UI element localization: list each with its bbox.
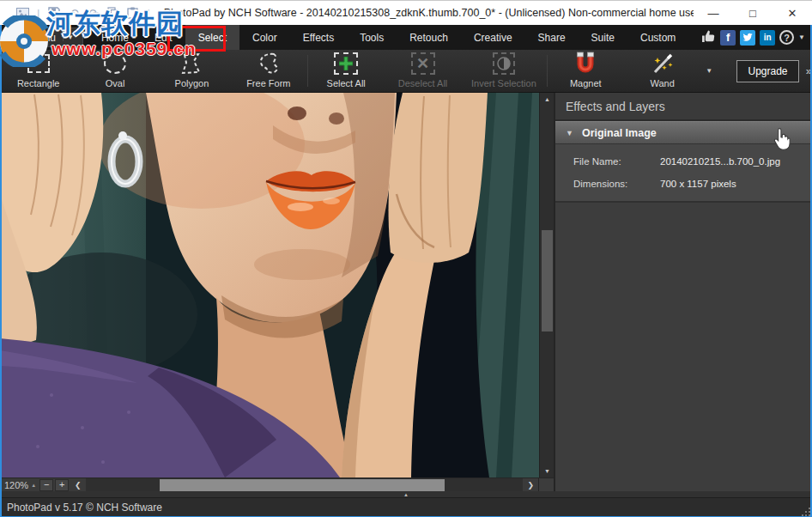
vertical-scrollbar[interactable]: ▲ ▼ bbox=[539, 93, 554, 477]
invert-selection-button: Invert Selection bbox=[461, 50, 546, 92]
polygon-select-button[interactable]: Polygon bbox=[154, 50, 230, 92]
chevron-down-icon[interactable]: ▼ bbox=[798, 33, 805, 41]
zoom-level[interactable]: 120% bbox=[0, 480, 31, 490]
hand-cursor-icon bbox=[772, 127, 792, 155]
hamburger-icon bbox=[13, 33, 25, 42]
titlebar-quick-icons: | ↶ ↷ | bbox=[0, 6, 157, 20]
select-all-button[interactable]: Select All bbox=[308, 50, 385, 92]
collapse-up-icon[interactable]: ▲ bbox=[403, 492, 409, 497]
collapse-triangle-icon[interactable]: ▼ bbox=[566, 129, 573, 137]
tool-label: Polygon bbox=[175, 78, 209, 88]
linkedin-icon[interactable]: in bbox=[760, 30, 775, 46]
file-name-value: 20140210215...b.700_0.jpg bbox=[660, 156, 780, 167]
portrait-photo bbox=[0, 93, 539, 477]
undo-icon[interactable]: ↶ bbox=[66, 6, 81, 20]
resize-grip-icon[interactable] bbox=[805, 511, 807, 513]
tab-effects[interactable]: Effects bbox=[290, 25, 347, 50]
tab-color[interactable]: Color bbox=[239, 25, 290, 50]
tab-retouch[interactable]: Retouch bbox=[397, 25, 461, 50]
nose-nostril bbox=[329, 113, 344, 125]
tool-label: Magnet bbox=[570, 78, 602, 88]
twitter-icon[interactable] bbox=[740, 30, 755, 46]
section-title: Original Image bbox=[582, 127, 657, 139]
zoom-in-button[interactable]: + bbox=[55, 479, 69, 491]
tab-creative[interactable]: Creative bbox=[461, 25, 525, 50]
horizontal-scroll-thumb[interactable] bbox=[160, 479, 445, 491]
facebook-icon[interactable]: f bbox=[720, 30, 736, 46]
scroll-down-icon[interactable]: ▼ bbox=[540, 465, 554, 477]
close-button[interactable]: ✕ bbox=[773, 1, 812, 25]
nose-nostril bbox=[288, 106, 306, 120]
statusbar: PhotoPad v 5.17 © NCH Software bbox=[0, 497, 812, 516]
copy-icon[interactable] bbox=[106, 6, 120, 20]
zoom-out-button[interactable]: − bbox=[39, 479, 53, 491]
wand-button[interactable]: Wand bbox=[624, 50, 700, 92]
rectangle-selection-icon bbox=[27, 51, 50, 76]
window-title: PhotoPad by NCH Software - 2014021021530… bbox=[164, 7, 694, 19]
tool-label: Free Form bbox=[246, 78, 290, 88]
tab-home[interactable]: Home bbox=[88, 25, 142, 50]
titlebar-separator: | bbox=[35, 7, 41, 20]
vertical-scroll-thumb[interactable] bbox=[542, 230, 553, 331]
save-icon[interactable] bbox=[46, 6, 61, 20]
toolbar: Rectangle Oval Polygon Free Form Se bbox=[0, 50, 812, 93]
titlebar: | ↶ ↷ | PhotoPad by NCH Software - 20140… bbox=[0, 1, 812, 25]
zoom-and-hscroll-bar: 120% ▲ − + ❮ ❯ bbox=[0, 477, 554, 491]
scroll-right-icon[interactable]: ❯ bbox=[523, 481, 538, 490]
wand-icon bbox=[650, 51, 676, 76]
select-all-icon bbox=[334, 51, 358, 76]
scrollbar-corner bbox=[538, 478, 554, 492]
tab-edit[interactable]: Edit bbox=[142, 25, 185, 50]
freeform-selection-icon bbox=[257, 51, 281, 76]
dimensions-label: Dimensions: bbox=[555, 179, 660, 189]
tool-label: Deselect All bbox=[398, 78, 447, 88]
minimize-button[interactable]: — bbox=[694, 1, 733, 25]
photo-canvas[interactable] bbox=[0, 93, 539, 477]
magnet-button[interactable]: Magnet bbox=[548, 50, 624, 92]
menubar: Menu ▼ Home Edit Select Color Effects To… bbox=[0, 25, 812, 50]
freeform-select-button[interactable]: Free Form bbox=[230, 50, 306, 92]
deselect-all-button: ✕ Deselect All bbox=[385, 50, 461, 92]
maximize-button[interactable]: □ bbox=[733, 1, 773, 25]
menu-button[interactable]: Menu ▼ bbox=[7, 27, 83, 47]
tool-label: Rectangle bbox=[17, 78, 60, 88]
window-controls: — □ ✕ bbox=[694, 1, 812, 25]
tab-custom[interactable]: Custom bbox=[627, 25, 688, 50]
scroll-up-icon[interactable]: ▲ bbox=[540, 93, 554, 106]
oval-selection-icon bbox=[104, 51, 126, 76]
redo-icon[interactable]: ↷ bbox=[86, 6, 100, 20]
like-icon[interactable] bbox=[701, 29, 716, 46]
magnet-icon bbox=[573, 51, 598, 76]
invert-selection-icon bbox=[493, 51, 515, 76]
tool-label: Oval bbox=[106, 78, 125, 88]
status-text: PhotoPad v 5.17 © NCH Software bbox=[7, 502, 162, 514]
statusbar-splitter[interactable]: ▲ bbox=[0, 491, 812, 497]
paste-icon[interactable] bbox=[125, 6, 140, 20]
tab-suite[interactable]: Suite bbox=[579, 25, 627, 50]
file-name-row: File Name: 20140210215...b.700_0.jpg bbox=[555, 156, 810, 167]
panel-title: Effects and Layers bbox=[555, 93, 810, 121]
toolbar-overflow-icon[interactable]: » bbox=[806, 64, 812, 77]
scroll-left-icon[interactable]: ❮ bbox=[70, 481, 86, 490]
oval-select-button[interactable]: Oval bbox=[76, 50, 153, 92]
horizontal-scrollbar[interactable] bbox=[86, 478, 524, 492]
file-name-label: File Name: bbox=[555, 156, 660, 167]
zoom-spinner-icon[interactable]: ▲ bbox=[31, 483, 39, 488]
tool-label: Select All bbox=[327, 78, 366, 88]
chevron-down-icon[interactable]: ▼ bbox=[63, 33, 77, 41]
right-hand bbox=[389, 93, 488, 263]
dimensions-value: 700 x 1157 pixels bbox=[660, 179, 736, 189]
photopad-window: | ↶ ↷ | PhotoPad by NCH Software - 20140… bbox=[0, 0, 812, 517]
help-icon[interactable]: ? bbox=[779, 30, 794, 45]
chin-shadow bbox=[254, 249, 350, 280]
rectangle-select-button[interactable]: Rectangle bbox=[0, 50, 76, 92]
tab-tools[interactable]: Tools bbox=[347, 25, 397, 50]
tab-share[interactable]: Share bbox=[525, 25, 579, 50]
effects-layers-panel: Effects and Layers ▼ Original Image File… bbox=[554, 93, 810, 491]
polygon-selection-icon bbox=[179, 51, 203, 76]
tab-select[interactable]: Select bbox=[185, 25, 239, 50]
chevron-down-icon[interactable]: ▼ bbox=[700, 50, 718, 92]
upgrade-button[interactable]: Upgrade bbox=[736, 60, 799, 82]
titlebar-separator: | bbox=[145, 7, 151, 20]
deselect-all-icon: ✕ bbox=[411, 51, 435, 76]
